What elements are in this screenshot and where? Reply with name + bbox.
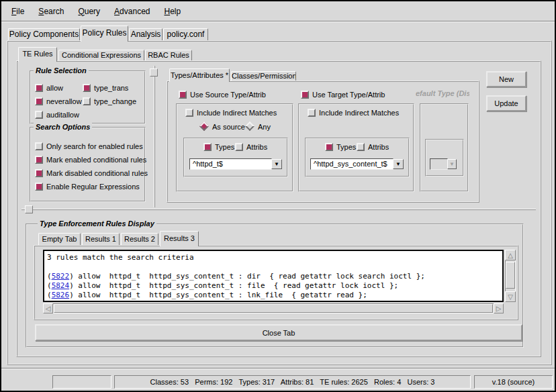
only-enabled-label: Only search for enabled rules — [46, 142, 143, 150]
neverallow-label: neverallow — [46, 97, 82, 105]
menu-help[interactable]: Help — [162, 5, 183, 17]
rule-link-5822[interactable]: 5822 — [52, 272, 70, 281]
menu-query[interactable]: Query — [76, 5, 102, 17]
menu-file[interactable]: File — [9, 5, 26, 17]
type-trans-checkbox[interactable] — [83, 84, 91, 92]
rule-line-3: (5826) allow httpd_t httpd_sys_content_t… — [47, 291, 500, 300]
vertical-sash[interactable] — [154, 66, 155, 207]
tab-policy-components[interactable]: Policy Components — [8, 28, 80, 40]
vertical-sash-handle[interactable] — [150, 68, 158, 77]
tab-policy-rules[interactable]: Policy Rules — [81, 26, 128, 42]
menu-bar: File Search Query Advanced Help — [1, 1, 555, 21]
tab-conditional-expressions[interactable]: Conditional Expressions — [58, 50, 144, 60]
scroll-down-icon[interactable]: ▽ — [505, 291, 516, 302]
source-indirect-checkbox[interactable] — [185, 109, 193, 117]
rule-line-2: (5824) allow httpd_t httpd_sys_content_t… — [47, 281, 500, 291]
default-type-title: efault Type (Disa — [416, 89, 469, 97]
scroll-left-icon[interactable]: ◁ — [43, 303, 53, 313]
rule-line-1: (5822) allow httpd_t httpd_sys_content_t… — [47, 272, 500, 281]
horizontal-sash[interactable] — [21, 209, 536, 210]
any-label: Any — [258, 123, 271, 131]
tab-te-rules[interactable]: TE Rules — [18, 47, 57, 62]
default-type-inner-box — [425, 139, 464, 177]
search-options-group — [30, 127, 146, 202]
menu-search[interactable]: Search — [36, 5, 66, 17]
apol-window: File Search Query Advanced Help Policy C… — [0, 0, 556, 392]
tab-classes-permissions[interactable]: Classes/Permissions — [231, 71, 296, 81]
mark-disabled-checkbox[interactable] — [35, 169, 43, 177]
allow-label: allow — [46, 84, 63, 92]
target-attribs-label: Attribs — [368, 143, 389, 151]
tab-analysis[interactable]: Analysis — [129, 28, 163, 40]
neverallow-checkbox[interactable] — [35, 97, 43, 105]
source-attribs-checkbox[interactable] — [235, 143, 243, 151]
v-scrollbar-thumb[interactable] — [506, 262, 515, 289]
results-textarea[interactable]: 3 rules match the search criteria (5822)… — [43, 250, 504, 302]
source-combo-dropdown-icon[interactable]: ▼ — [271, 159, 282, 169]
mark-enabled-checkbox[interactable] — [35, 156, 43, 164]
tab-empty-tab[interactable]: Empty Tab — [38, 233, 81, 245]
te-display-title: Type Enforcement Rules Display — [38, 219, 156, 228]
source-types-checkbox[interactable] — [203, 143, 212, 151]
blank-line — [47, 262, 500, 272]
source-types-label: Types — [215, 143, 234, 151]
tab-types-attributes[interactable]: Types/Attributes * — [169, 68, 230, 82]
rule-link-5824[interactable]: 5824 — [52, 281, 70, 290]
rule-selection-title: Rule Selection — [34, 66, 89, 75]
source-indirect-label: Include Indirect Matches — [197, 109, 277, 117]
new-button[interactable]: New — [486, 71, 526, 87]
mark-disabled-label: Mark disabled conditional rules — [46, 169, 148, 177]
regex-label: Enable Regular Expressions — [46, 183, 140, 191]
tab-rbac-rules[interactable]: RBAC Rules — [145, 50, 192, 60]
target-attribs-checkbox[interactable] — [357, 143, 365, 151]
scroll-right-icon[interactable]: ▷ — [494, 303, 504, 313]
results-summary: 3 rules match the search criteria — [47, 253, 500, 262]
use-target-label: Use Target Type/Attrib — [312, 91, 385, 99]
type-change-checkbox[interactable] — [83, 97, 91, 105]
search-options-title: Search Options — [34, 123, 92, 131]
auditallow-checkbox[interactable] — [35, 111, 43, 119]
tab-results-2[interactable]: Results 2 — [121, 233, 158, 245]
target-type-combo-input[interactable]: ^httpd_sys_content_t$ — [310, 158, 393, 170]
source-type-combo-input[interactable]: ^httpd_t$ — [189, 158, 272, 170]
horizontal-sash-handle[interactable] — [25, 205, 33, 213]
status-version: v.18 (source) — [474, 375, 553, 389]
mark-enabled-label: Mark enabled conditional rules — [46, 156, 146, 164]
tab-results-1[interactable]: Results 1 — [82, 233, 120, 245]
target-types-checkbox[interactable] — [325, 143, 333, 151]
type-change-label: type_change — [94, 97, 136, 105]
update-button[interactable]: Update — [486, 95, 526, 111]
type-trans-label: type_trans — [94, 84, 128, 92]
allow-checkbox[interactable] — [35, 84, 43, 92]
menu-advanced[interactable]: Advanced — [112, 5, 152, 17]
use-source-label: Use Source Type/Attrib — [190, 91, 266, 99]
target-indirect-label: Include Indirect Matches — [319, 109, 399, 117]
use-source-checkbox[interactable] — [179, 91, 187, 99]
target-combo-dropdown-icon[interactable]: ▼ — [393, 159, 404, 169]
regex-checkbox[interactable] — [35, 183, 43, 191]
rule-link-5826[interactable]: 5826 — [52, 291, 70, 299]
h-scrollbar-thumb[interactable] — [54, 304, 493, 313]
auditallow-label: auditallow — [46, 111, 79, 119]
source-attribs-label: Attribs — [246, 143, 267, 151]
use-target-checkbox[interactable] — [301, 91, 309, 99]
target-types-label: Types — [336, 143, 356, 151]
default-type-combo-input — [430, 158, 448, 170]
as-source-label: As source — [212, 123, 245, 131]
scroll-up-icon[interactable]: △ — [505, 250, 516, 260]
tab-policy-conf[interactable]: policy.conf — [163, 28, 208, 40]
default-type-dropdown-icon: ▼ — [447, 159, 457, 169]
only-enabled-checkbox[interactable] — [35, 142, 43, 150]
target-indirect-checkbox[interactable] — [308, 109, 316, 117]
tab-results-3[interactable]: Results 3 — [160, 231, 199, 246]
close-tab-button[interactable]: Close Tab — [35, 324, 522, 341]
status-box-left — [52, 375, 111, 389]
status-stats: Classes: 53 Perms: 192 Types: 317 Attrib… — [114, 375, 471, 389]
